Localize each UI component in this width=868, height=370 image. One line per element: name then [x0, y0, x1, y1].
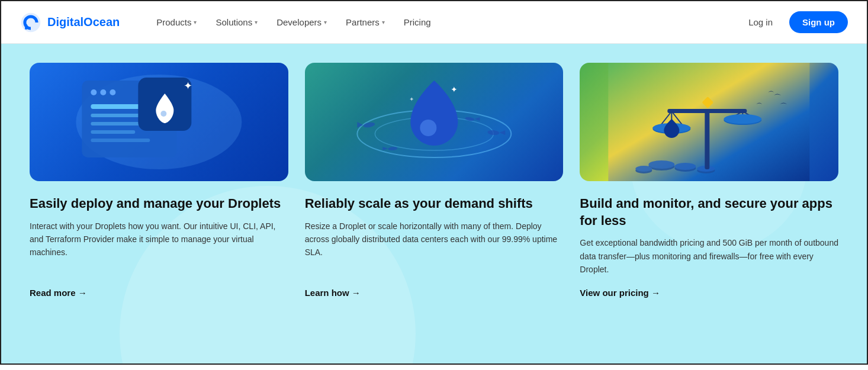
cards-grid: ✦ Easily deploy and manage your Droplets… [30, 63, 838, 298]
card-scale-description: Resize a Droplet or scale horizontally w… [305, 220, 564, 276]
nav-products-label: Products [156, 17, 191, 27]
svg-marker-22 [499, 130, 505, 135]
svg-rect-13 [91, 139, 150, 142]
svg-point-25 [465, 117, 475, 121]
nav-partners-label: Partners [346, 17, 380, 27]
logo[interactable]: DigitalOcean [20, 12, 120, 33]
svg-point-6 [91, 89, 97, 95]
svg-point-19 [362, 121, 375, 128]
svg-rect-39 [705, 110, 710, 169]
svg-rect-1 [28, 27, 31, 29]
solutions-chevron-icon: ▾ [255, 19, 258, 25]
card-droplets-link[interactable]: Read more → [30, 288, 288, 298]
card-droplets-image: ✦ [30, 63, 288, 181]
svg-rect-12 [91, 130, 135, 134]
main-content: ✦ Easily deploy and manage your Droplets… [1, 44, 867, 363]
nav-solutions[interactable]: Solutions ▾ [207, 12, 266, 32]
header: DigitalOcean Products ▾ Solutions ▾ Deve… [1, 1, 867, 44]
card-pricing: Build and monitor, and secure your apps … [580, 63, 838, 298]
card-scale-title: Reliably scale as your demand shifts [305, 195, 564, 213]
svg-point-8 [110, 89, 115, 95]
svg-rect-3 [25, 24, 27, 27]
svg-text:✦: ✦ [451, 85, 458, 94]
svg-point-27 [420, 120, 436, 136]
svg-point-23 [388, 146, 397, 150]
card-droplets: ✦ Easily deploy and manage your Droplets… [30, 63, 288, 298]
svg-marker-24 [382, 147, 388, 150]
svg-rect-2 [25, 27, 27, 29]
card-pricing-description: Get exceptional bandwidth pricing and 50… [580, 236, 838, 276]
nav-developers[interactable]: Developers ▾ [268, 12, 335, 32]
svg-point-7 [100, 89, 106, 95]
svg-point-38 [636, 166, 652, 172]
svg-rect-10 [91, 114, 144, 117]
svg-point-34 [675, 163, 696, 170]
card-scale-image: ✦ ✦ [305, 63, 564, 181]
svg-text:✦: ✦ [409, 96, 414, 102]
card-pricing-title: Build and monitor, and secure your apps … [580, 195, 838, 229]
nav-developers-label: Developers [277, 17, 322, 27]
card-droplets-title: Easily deploy and manage your Droplets [30, 195, 288, 213]
partners-chevron-icon: ▾ [382, 19, 385, 25]
main-nav: Products ▾ Solutions ▾ Developers ▾ Part… [148, 12, 741, 32]
nav-solutions-label: Solutions [216, 17, 252, 27]
svg-point-21 [487, 130, 500, 136]
header-actions: Log in Sign up [741, 11, 848, 33]
nav-pricing-label: Pricing [404, 17, 431, 27]
svg-point-15 [160, 111, 166, 117]
card-pricing-link[interactable]: View our pricing → [580, 288, 838, 298]
digitalocean-logo-icon [20, 12, 41, 33]
card-scale: ✦ ✦ Reliably scale as your demand shifts… [305, 63, 564, 298]
products-chevron-icon: ▾ [194, 19, 197, 25]
svg-point-51 [724, 114, 762, 124]
card-droplets-description: Interact with your Droplets how you want… [30, 220, 288, 276]
signup-button[interactable]: Sign up [789, 11, 848, 33]
card-pricing-image [580, 63, 838, 181]
nav-pricing[interactable]: Pricing [396, 12, 439, 32]
nav-products[interactable]: Products ▾ [148, 12, 205, 32]
developers-chevron-icon: ▾ [324, 19, 327, 25]
card-scale-link[interactable]: Learn how → [305, 288, 564, 298]
svg-text:✦: ✦ [184, 80, 192, 92]
login-button[interactable]: Log in [741, 12, 780, 32]
nav-partners[interactable]: Partners ▾ [337, 12, 393, 32]
logo-text: DigitalOcean [47, 15, 120, 29]
svg-point-32 [649, 160, 675, 169]
svg-marker-26 [474, 117, 480, 121]
svg-rect-40 [668, 109, 747, 113]
